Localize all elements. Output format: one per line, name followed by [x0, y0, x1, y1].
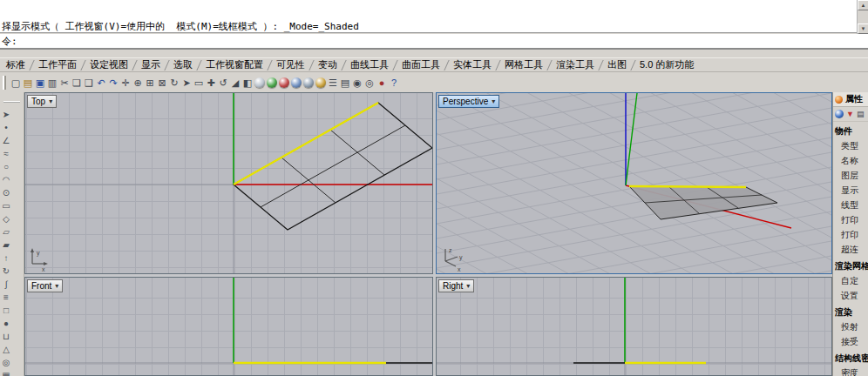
menu-tab-11[interactable]: 实体工具: [447, 58, 498, 71]
menu-tab-2[interactable]: 工作平面: [32, 58, 83, 71]
new-file-icon[interactable]: ▢: [10, 75, 22, 91]
wireframe-mode-icon[interactable]: [254, 77, 265, 88]
plane-icon[interactable]: ▰: [0, 238, 12, 252]
mirror-icon[interactable]: ◧: [241, 75, 254, 91]
zoom-extents-icon[interactable]: ⊠: [156, 75, 168, 91]
polygon-icon[interactable]: ◇: [0, 212, 12, 225]
menu-tab-3[interactable]: 设定视图: [84, 58, 134, 71]
menu-tab-12[interactable]: 网格工具: [498, 58, 549, 71]
props-sphere-icon[interactable]: [835, 110, 844, 118]
scroll-down-icon[interactable]: ▼: [858, 24, 868, 34]
left-toolbar: ➤•∠≈○◠⊙▭◇▱▰↑↻∫≡□●⊔△◎▦∪∖✂∕∞◠◣‖✚❏↺◢◧▩▣↔T▨⊞…: [0, 92, 24, 376]
viewport-right[interactable]: Right ▾: [436, 277, 832, 376]
menu-tab-10[interactable]: 曲面工具: [396, 58, 446, 71]
paste-icon[interactable]: ❑: [83, 75, 95, 91]
zoom-window-icon[interactable]: ⊞: [144, 75, 156, 91]
surface-icon[interactable]: ▱: [0, 225, 12, 238]
left-toolbar-grip[interactable]: [3, 101, 20, 106]
viewport-perspective[interactable]: z y x Perspective ▾: [436, 92, 832, 274]
sweep-icon[interactable]: ∫: [0, 278, 12, 291]
properties-icon[interactable]: ▤: [339, 75, 351, 91]
menu-tab-4[interactable]: 显示: [135, 58, 166, 71]
object-snap-icon[interactable]: ◉: [351, 75, 363, 91]
curve-icon[interactable]: ≈: [0, 147, 12, 160]
sphere-icon[interactable]: ●: [0, 317, 12, 330]
props-section-header: 渲染: [833, 303, 868, 319]
menu-tab-14[interactable]: 出图: [601, 58, 633, 71]
mesh-icon[interactable]: ▦: [0, 369, 12, 376]
select-pointer-icon[interactable]: ➤: [0, 108, 12, 121]
command-history-scrollbar[interactable]: ▲ ▼: [857, 0, 868, 34]
record-history-icon[interactable]: ●: [376, 75, 388, 91]
scroll-up-icon[interactable]: ▲: [858, 0, 868, 10]
rotate-icon[interactable]: ↺: [217, 75, 229, 91]
shaded-mode-icon[interactable]: [267, 77, 277, 88]
move-icon[interactable]: ✚: [205, 75, 217, 91]
menu-tab-5[interactable]: 选取: [167, 58, 199, 71]
render-icon[interactable]: [315, 77, 326, 88]
viewport-tab-perspective[interactable]: Perspective ▾: [438, 95, 499, 108]
props-details-icon[interactable]: ▤: [857, 110, 865, 118]
menu-tab-7[interactable]: 可见性: [270, 58, 311, 71]
props-filter-icon[interactable]: ▼: [846, 110, 854, 118]
save-icon[interactable]: ▣: [34, 75, 46, 91]
viewport-menu-arrow-icon[interactable]: ▾: [466, 280, 470, 292]
viewport-title: Top: [31, 96, 45, 107]
cut-icon[interactable]: ✂: [58, 75, 71, 91]
rotate-view-icon[interactable]: ↻: [168, 75, 180, 91]
extrude-icon[interactable]: ↑: [0, 252, 12, 265]
viewport-tab-front[interactable]: Front ▾: [27, 279, 63, 292]
menu-tab-6[interactable]: 工作视窗配置: [200, 58, 269, 71]
select-icon[interactable]: ➤: [180, 75, 193, 91]
viewport-tab-right[interactable]: Right ▾: [438, 279, 474, 292]
command-input[interactable]: 令:: [0, 34, 868, 50]
point-icon[interactable]: •: [0, 121, 12, 134]
viewport-menu-arrow-icon[interactable]: ▾: [492, 96, 495, 107]
viewport-tab-top[interactable]: Top ▾: [27, 95, 57, 108]
loft-icon[interactable]: ≡: [0, 291, 12, 304]
properties-panel-header[interactable]: 属性: [833, 92, 868, 107]
menu-tab-9[interactable]: 曲线工具: [344, 58, 395, 71]
toolbar-grip[interactable]: [3, 76, 6, 90]
open-file-icon[interactable]: ▤: [22, 75, 34, 91]
xray-mode-icon[interactable]: [303, 77, 314, 88]
select-window-icon[interactable]: ▭: [193, 75, 205, 91]
viewport-menu-arrow-icon[interactable]: ▾: [49, 96, 52, 107]
cylinder-icon[interactable]: ⊔: [0, 330, 12, 343]
menu-tab-8[interactable]: 变动: [312, 58, 343, 71]
viewport-menu-arrow-icon[interactable]: ▾: [55, 280, 58, 292]
torus-icon[interactable]: ◎: [0, 356, 12, 369]
redo-icon[interactable]: ↷: [107, 75, 119, 91]
props-field-label: 类型: [833, 138, 868, 153]
help-icon[interactable]: ?: [388, 75, 400, 91]
perspective-drawing: z y x: [437, 93, 831, 273]
print-icon[interactable]: ▥: [46, 75, 58, 91]
undo-icon[interactable]: ↶: [95, 75, 107, 91]
layer-icon[interactable]: ☰: [327, 75, 339, 91]
revolve-icon[interactable]: ↻: [0, 265, 12, 278]
props-field-label: 名称: [833, 153, 868, 168]
command-history: 择显示模式（ 工作视窗(V)=使用中的 模式(M)=线框模式 ）: _Mode=…: [0, 0, 868, 33]
menu-tab-13[interactable]: 渲染工具: [550, 58, 600, 71]
arc-icon[interactable]: ◠: [0, 173, 12, 186]
ghosted-mode-icon[interactable]: [291, 77, 302, 88]
scale-icon[interactable]: ◢: [229, 75, 241, 91]
copy-icon[interactable]: ❏: [71, 75, 83, 91]
properties-panel: 属性 ▼▤ 物件类型名称图层显示线型打印打印超连渲染网格自定设置渲染投射接受结构…: [832, 92, 868, 376]
circle-icon[interactable]: ○: [0, 160, 12, 173]
cone-icon[interactable]: △: [0, 343, 12, 356]
box-icon[interactable]: □: [0, 304, 12, 317]
properties-tab-icon[interactable]: [835, 96, 843, 104]
workspace: ➤•∠≈○◠⊙▭◇▱▰↑↻∫≡□●⊔△◎▦∪∖✂∕∞◠◣‖✚❏↺◢◧▩▣↔T▨⊞…: [0, 92, 868, 376]
viewport-front[interactable]: Front ▾: [24, 277, 433, 376]
ellipse-icon[interactable]: ⊙: [0, 186, 12, 199]
polyline-icon[interactable]: ∠: [0, 134, 12, 147]
viewport-top[interactable]: y x Top ▾: [24, 92, 433, 274]
pan-icon[interactable]: ✛: [119, 75, 132, 91]
zoom-dynamic-icon[interactable]: ⊕: [132, 75, 144, 91]
gumball-icon[interactable]: ◎: [363, 75, 376, 91]
rendered-mode-icon[interactable]: [279, 77, 289, 88]
menu-tab-1[interactable]: 标准: [0, 58, 31, 71]
menu-tab-15[interactable]: 5.0 的新功能: [634, 58, 700, 71]
rectangle-icon[interactable]: ▭: [0, 199, 12, 212]
